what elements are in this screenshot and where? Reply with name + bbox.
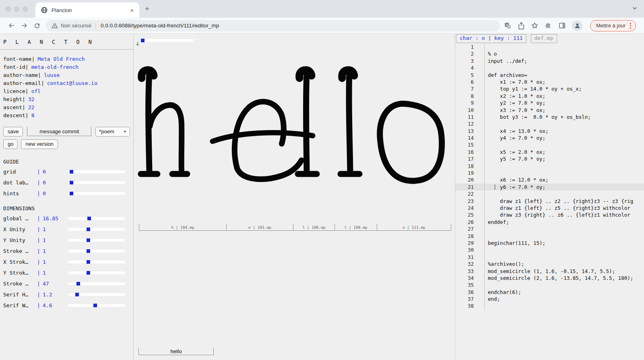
profile-avatar[interactable] (572, 21, 582, 31)
translate-icon[interactable]: a (504, 22, 512, 29)
code-text[interactable]: x2 := 1.0 * ox; (485, 93, 644, 99)
slider-track[interactable] (68, 304, 125, 307)
code-line[interactable]: 24 draw z1 {left} .. z5 .. {right}z3 wit… (455, 205, 644, 211)
code-line[interactable]: 29beginchar(111, 15); (455, 240, 644, 246)
code-text[interactable] (485, 43, 644, 50)
minimize-window-button[interactable] (14, 6, 19, 12)
code-line[interactable]: 15 (455, 141, 644, 148)
code-line[interactable]: 1 (455, 43, 644, 50)
tab-char-file[interactable]: char : o | key : 111 (456, 34, 526, 43)
code-text[interactable]: y6 := 7.0 * oy; (485, 184, 644, 190)
slider-thumb[interactable] (87, 217, 91, 220)
code-line[interactable]: 3input ../def; (455, 58, 644, 64)
code-text[interactable]: beginchar(111, 15); (485, 240, 644, 246)
code-text[interactable]: %archiveo(); (485, 261, 644, 267)
close-tab-icon[interactable]: × (128, 7, 135, 14)
slider-thumb[interactable] (75, 293, 79, 296)
code-line[interactable]: 14 y4 := 7.0 * oy; (455, 134, 644, 141)
meta-value[interactable]: 8 (31, 112, 35, 118)
slider-track[interactable] (68, 271, 125, 274)
code-text[interactable]: draw z1 {left} .. z5 .. {right}z3 withco… (485, 205, 644, 211)
code-line[interactable]: 6 x1 := 7.0 * ox; (455, 79, 644, 85)
code-text[interactable]: input ../def; (485, 58, 644, 64)
code-text[interactable]: enddef; (485, 219, 644, 226)
code-text[interactable] (485, 170, 644, 176)
code-line[interactable]: 18 (455, 163, 644, 170)
code-line[interactable]: 2% o (455, 50, 644, 57)
code-line[interactable]: 17 y5 := 7.0 * oy; (455, 155, 644, 162)
close-window-button[interactable] (6, 6, 11, 12)
security-label[interactable]: Non sécurisé (61, 23, 91, 29)
poem-select[interactable]: *poem (95, 127, 130, 137)
zoom-window-button[interactable] (23, 6, 28, 12)
code-line[interactable]: 4 (455, 64, 644, 71)
code-line[interactable]: 22 (455, 190, 644, 197)
code-line[interactable]: 34mod_semicircle (2, 1.6, -13.85, 14.7, … (455, 275, 644, 281)
code-line[interactable]: 12 (455, 120, 644, 127)
meta-value[interactable]: 22 (28, 104, 35, 110)
code-text[interactable]: mod_semicircle (1, 1.6, -0.15, 14.7, 5.5… (485, 268, 644, 275)
code-text[interactable]: x5 := 2.0 * ox; (485, 149, 644, 155)
forward-button[interactable] (18, 19, 31, 32)
code-line[interactable]: 36endchar(6); (455, 289, 644, 296)
url-text[interactable]: 0.0.0.0:8088/type/meta-old-french/111#ed… (101, 23, 219, 29)
tab-search-chevron-icon[interactable] (632, 5, 638, 11)
code-line[interactable]: 13 x4 := 13.0 * ox; (455, 128, 644, 134)
code-line[interactable]: 31 (455, 254, 644, 261)
code-text[interactable] (485, 226, 644, 232)
save-button[interactable]: save (3, 127, 23, 137)
code-text[interactable] (485, 281, 644, 288)
code-area[interactable]: 12% o3input ../def;45def archiveo=6 x1 :… (455, 43, 644, 310)
extensions-puzzle-icon[interactable] (545, 22, 552, 29)
browser-tab[interactable]: Plancton × (35, 2, 139, 18)
slider-track[interactable] (68, 228, 125, 231)
slider-thumb[interactable] (70, 192, 73, 195)
code-line[interactable]: 28 (455, 233, 644, 240)
slider-track[interactable] (68, 250, 125, 252)
code-text[interactable]: def archiveo= (485, 72, 644, 79)
new-version-button[interactable]: new version (21, 139, 58, 149)
meta-value[interactable]: meta-old-french (31, 64, 78, 70)
code-text[interactable]: y4 := 7.0 * oy; (485, 134, 644, 141)
code-text[interactable] (485, 190, 644, 197)
code-line[interactable]: 23 draw z1 {left} .. z2 .. {right}z3 -- … (455, 198, 644, 205)
code-text[interactable]: x1 := 7.0 * ox; (485, 79, 644, 85)
address-bar[interactable]: Non sécurisé 0.0.0.0:8088/type/meta-old-… (46, 20, 500, 31)
go-button[interactable]: go (3, 139, 18, 149)
star-bookmark-icon[interactable] (531, 22, 539, 29)
slider-thumb[interactable] (87, 249, 90, 253)
code-text[interactable]: % o (485, 50, 644, 57)
code-line[interactable]: 32%archiveo(); (455, 261, 644, 267)
slider-track[interactable] (68, 217, 125, 220)
code-text[interactable] (485, 163, 644, 170)
code-line[interactable]: 5def archiveo= (455, 72, 644, 79)
code-line-active[interactable]: 21 y6 := 7.0 * oy; (455, 184, 644, 190)
meta-value[interactable]: 32 (28, 96, 35, 102)
code-text[interactable]: endchar(6); (485, 289, 644, 296)
share-icon[interactable] (518, 22, 525, 30)
slider-thumb[interactable] (76, 282, 80, 286)
code-text[interactable]: bot y3 := 0.0 * oy + os_bsln; (485, 114, 644, 120)
meta-value[interactable]: ofl (31, 88, 41, 94)
meta-value[interactable]: Meta Old French (37, 56, 85, 62)
meta-value[interactable]: luuse (44, 72, 60, 78)
code-line[interactable]: 26enddef; (455, 219, 644, 226)
back-button[interactable] (5, 19, 18, 32)
code-line[interactable]: 20 x6 := 12.0 * ox; (455, 176, 644, 183)
code-line[interactable]: 35 (455, 281, 644, 288)
slider-thumb[interactable] (87, 228, 90, 231)
code-line[interactable]: 25 draw z3 {right} .. z6 .. {left}z1 wit… (455, 211, 644, 218)
update-browser-button[interactable]: Mettre à jour (590, 20, 636, 31)
slider-track[interactable] (68, 181, 125, 184)
slider-thumb[interactable] (87, 260, 90, 264)
message-commit-input[interactable]: message commit (27, 127, 91, 136)
code-line[interactable]: 30 (455, 246, 644, 253)
code-line[interactable]: 38 (455, 302, 644, 309)
slider-track[interactable] (68, 170, 125, 173)
code-text[interactable] (485, 302, 644, 309)
code-line[interactable]: 7 top y1 := 14.0 * oy + os_x; (455, 85, 644, 92)
preview-text-input[interactable]: hello (138, 348, 214, 355)
code-text[interactable]: y5 := 7.0 * oy; (485, 155, 644, 162)
slider-track[interactable] (68, 192, 125, 195)
new-tab-button[interactable]: + (145, 4, 149, 13)
